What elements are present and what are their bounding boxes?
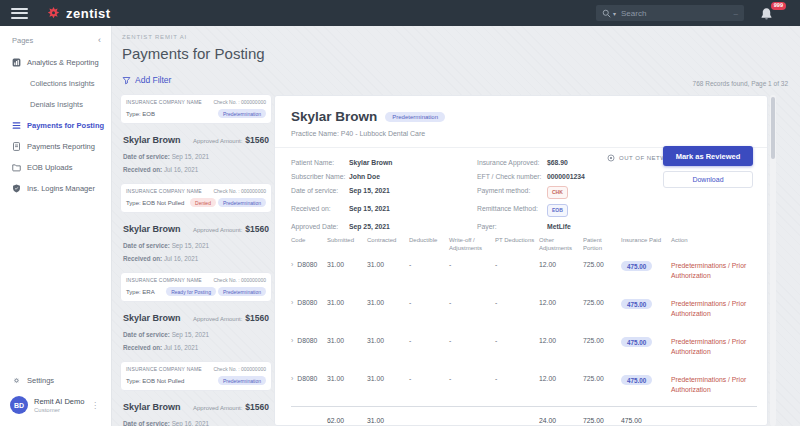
claim-patient-name: Skylar Brown (123, 135, 181, 145)
claim-card[interactable]: INSURANCE COMPANY NAME Check No. : 00000… (120, 183, 272, 269)
expand-row-chevron-icon[interactable]: › (291, 299, 293, 306)
column-header: Insurance Paid (621, 236, 671, 252)
received-on: Received on: Jul 16, 2021 (123, 166, 269, 173)
table-row: ›D8080 31.00 31.00 - - - 12.00 725.00 47… (291, 328, 757, 366)
column-header: Code (291, 236, 327, 252)
claims-list[interactable]: INSURANCE COMPANY NAME Check No. : 00000… (120, 94, 272, 426)
claim-card-body[interactable]: Skylar Brown Approved Amount:$1560 Date … (120, 302, 272, 358)
sidebar-item-analytics-reporting[interactable]: Analytics & Reporting (0, 52, 111, 73)
zentist-gear-icon (46, 6, 61, 21)
notifications-button[interactable]: 999 (760, 4, 778, 22)
search-box[interactable]: ▾ – (596, 5, 744, 21)
user-profile[interactable]: BD Remit AI Demo Customer ⋮ (0, 390, 111, 416)
add-filter-button[interactable]: Add Filter (122, 75, 171, 85)
expand-row-chevron-icon[interactable]: › (291, 261, 293, 268)
claim-type: Type: ERA (126, 289, 155, 295)
column-header: Patient Portion (583, 236, 621, 252)
sidebar-item-denials-insights[interactable]: Denials Insights (0, 94, 111, 115)
page-title: Payments for Posting (122, 45, 265, 62)
date-of-service: Date of service: Sep 15, 2021 (123, 331, 269, 338)
column-header: Contracted (367, 236, 409, 252)
total-contracted: 31.00 (367, 407, 409, 426)
status-badge: Predetermination (218, 376, 266, 385)
settings-button[interactable]: Settings (0, 370, 111, 390)
total-patient-portion: 725.00 (583, 407, 621, 426)
network-status-icon (607, 154, 615, 162)
claim-card-header[interactable]: INSURANCE COMPANY NAME Check No. : 00000… (120, 94, 272, 124)
sidebar-item-payments-reporting[interactable]: Payments Reporting (0, 136, 111, 157)
claim-card-body[interactable]: Skylar Brown Approved Amount:$1560 Date … (120, 213, 272, 269)
insurance-paid-badge: 475.00 (621, 261, 652, 271)
check-number: Check No. : 000000000 (213, 277, 266, 283)
user-menu-kebab-icon[interactable]: ⋮ (91, 401, 103, 410)
insurance-company-name: INSURANCE COMPANY NAME (126, 99, 202, 105)
document-icon (12, 142, 21, 151)
sidebar-item-payments-for-posting[interactable]: Payments for Posting (0, 115, 111, 136)
main-content: ZENTIST REMIT AI Payments for Posting Ad… (112, 26, 800, 426)
sidebar-item-label: Payments for Posting (27, 121, 104, 130)
field-label: Approved Date: (291, 222, 349, 231)
status-badge: Ready for Posting (166, 287, 216, 296)
claim-card[interactable]: INSURANCE COMPANY NAME Check No. : 00000… (120, 94, 272, 180)
approved-amount-label: Approved Amount: (193, 316, 242, 322)
field-label: Payment method: (477, 186, 547, 199)
procedures-table: Code Submitted Contracted Deductible Wri… (291, 236, 757, 426)
total-other-adjustments: 24.00 (539, 407, 583, 426)
payment-method-badge: CHK (547, 186, 568, 199)
field-value: Skylar Brown (349, 158, 477, 167)
insurance-paid-badge: 475.00 (621, 337, 652, 347)
field-value: 0000001234 (547, 172, 657, 181)
field-label: EFT / Check number: (477, 172, 547, 181)
field-label: Subscriber Name: (291, 172, 349, 181)
table-row: ›D8080 31.00 31.00 - - - 12.00 725.00 47… (291, 252, 757, 290)
breadcrumb: ZENTIST REMIT AI (122, 34, 187, 40)
predetermination-link[interactable]: Predeterminations / Prior Authorization (671, 376, 746, 393)
claim-type: Type: EOB Not Pulled (126, 378, 184, 384)
sidebar-item-eob-uploads[interactable]: EOB Uploads (0, 157, 111, 178)
expand-row-chevron-icon[interactable]: › (291, 337, 293, 344)
search-scope-caret-icon[interactable]: ▾ (613, 10, 616, 17)
sidebar-collapse-icon[interactable]: ‹ (98, 35, 101, 45)
hamburger-menu-icon[interactable] (11, 8, 28, 19)
vertical-scrollbar[interactable] (770, 95, 776, 426)
date-of-service: Date of service: Sep 15, 2021 (123, 242, 269, 249)
column-header: Other Adjustments (539, 236, 583, 252)
claim-card[interactable]: INSURANCE COMPANY NAME Check No. : 00000… (120, 272, 272, 358)
search-input[interactable] (621, 9, 734, 18)
claim-fields: Patient Name: Skylar Brown Insurance App… (291, 158, 657, 231)
sidebar-item-collections-insights[interactable]: Collections Insights (0, 73, 111, 94)
claim-card-body[interactable]: Skylar Brown Approved Amount:$1560 Date … (120, 124, 272, 180)
download-button[interactable]: Download (663, 171, 753, 188)
claim-card-body[interactable]: Skylar Brown Approved Amount:$1560 Date … (120, 391, 272, 426)
predetermination-link[interactable]: Predeterminations / Prior Authorization (671, 338, 746, 355)
check-number: Check No. : 000000000 (213, 99, 266, 105)
sidebar-item-label: Analytics & Reporting (27, 58, 99, 67)
shield-icon (12, 184, 21, 193)
practice-name: Practice Name: P40 - Lubbock Dental Care (291, 130, 751, 137)
scrollbar-thumb[interactable] (771, 97, 775, 159)
claim-card[interactable]: INSURANCE COMPANY NAME Check No. : 00000… (120, 361, 272, 426)
predetermination-link[interactable]: Predeterminations / Prior Authorization (671, 300, 746, 317)
insurance-company-name: INSURANCE COMPANY NAME (126, 366, 202, 372)
claim-card-header[interactable]: INSURANCE COMPANY NAME Check No. : 00000… (120, 272, 272, 302)
bar-chart-icon (12, 58, 21, 67)
records-summary: 768 Records found, Page 1 of 32 (693, 80, 788, 87)
expand-row-chevron-icon[interactable]: › (291, 375, 293, 382)
claim-card-header[interactable]: INSURANCE COMPANY NAME Check No. : 00000… (120, 183, 272, 213)
field-label: Date of service: (291, 186, 349, 199)
field-label: Remittance Method: (477, 204, 547, 217)
sidebar-item-ins-logins-manager[interactable]: Ins. Logins Manager (0, 178, 111, 199)
claim-type: Type: EOB (126, 111, 155, 117)
total-insurance-paid: 475.00 (621, 407, 671, 426)
insurance-company-name: INSURANCE COMPANY NAME (126, 277, 202, 283)
approved-amount-value: $1560 (245, 402, 269, 412)
add-filter-label: Add Filter (135, 75, 171, 85)
predetermination-link[interactable]: Predeterminations / Prior Authorization (671, 262, 746, 279)
field-value: John Doe (349, 172, 477, 181)
folder-icon (12, 163, 21, 172)
mark-as-reviewed-button[interactable]: Mark as Reviewed (663, 146, 753, 166)
brand-logo[interactable]: zentist (46, 6, 111, 21)
claim-card-header[interactable]: INSURANCE COMPANY NAME Check No. : 00000… (120, 361, 272, 391)
approved-amount-label: Approved Amount: (193, 138, 242, 144)
field-value: Sep 25, 2021 (349, 222, 477, 231)
